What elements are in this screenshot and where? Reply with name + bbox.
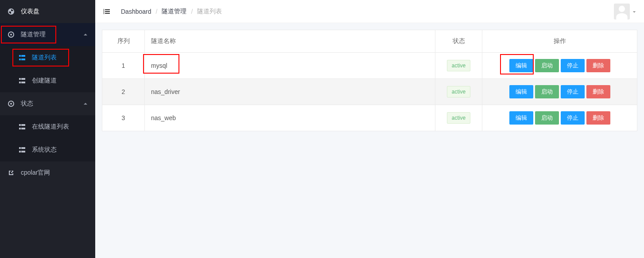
edit-button[interactable]: 编辑 (509, 111, 533, 125)
list-grid-icon (18, 53, 27, 62)
tunnel-table: 序列 隧道名称 状态 操作 1mysqlactive编辑启动停止删除2nas_d… (102, 30, 637, 131)
svg-point-11 (10, 103, 12, 105)
svg-rect-7 (21, 78, 25, 80)
svg-rect-3 (21, 55, 25, 57)
list-grid-icon (18, 145, 27, 154)
svg-rect-8 (19, 82, 21, 83)
list-grid-icon (18, 122, 27, 131)
start-button[interactable]: 启动 (535, 59, 559, 72)
stop-button[interactable]: 停止 (561, 59, 585, 72)
external-link-icon (7, 168, 16, 177)
start-button[interactable]: 启动 (535, 111, 559, 125)
stop-button[interactable]: 停止 (561, 111, 585, 125)
breadcrumb-separator: / (191, 8, 193, 15)
sidebar-item-label: 在线隧道列表 (32, 123, 89, 131)
svg-point-1 (10, 34, 12, 35)
svg-rect-19 (21, 151, 25, 152)
sidebar-item-online-tunnels[interactable]: 在线隧道列表 (0, 115, 95, 138)
sidebar-item-cpolar-site[interactable]: cpolar官网 (0, 161, 95, 184)
col-header-seq: 序列 (102, 30, 145, 53)
cell-actions: 编辑启动停止删除 (482, 79, 637, 105)
sidebar-item-tunnel-list[interactable]: 隧道列表 (0, 46, 95, 69)
tunnel-name: nas_driver (151, 88, 180, 95)
sidebar-item-system-status[interactable]: 系统状态 (0, 138, 95, 161)
menu-toggle-button[interactable] (101, 5, 113, 18)
breadcrumb-link[interactable]: Dashboard (121, 8, 151, 15)
cell-status: active (435, 79, 482, 105)
sidebar-item-label: 隧道管理 (21, 31, 82, 39)
sidebar-item-dashboard[interactable]: 仪表盘 (0, 0, 95, 23)
sidebar-item-tunnel-manage[interactable]: 隧道管理 (0, 23, 95, 46)
cell-name: nas_driver (145, 79, 435, 105)
cell-seq: 2 (102, 79, 145, 105)
delete-button[interactable]: 删除 (586, 85, 610, 98)
col-header-name: 隧道名称 (145, 30, 435, 53)
breadcrumb-link[interactable]: 隧道管理 (162, 8, 186, 16)
table-row: 1mysqlactive编辑启动停止删除 (102, 53, 637, 79)
table-row: 3nas_webactive编辑启动停止删除 (102, 105, 637, 131)
svg-rect-2 (19, 55, 21, 57)
delete-button[interactable]: 删除 (586, 111, 610, 125)
table-row: 2nas_driveractive编辑启动停止删除 (102, 79, 637, 105)
breadcrumb: Dashboard / 隧道管理 / 隧道列表 (121, 8, 222, 16)
caret-down-icon (632, 8, 636, 15)
stop-button[interactable]: 停止 (561, 85, 585, 98)
breadcrumb-separator: / (156, 8, 158, 15)
svg-rect-18 (19, 151, 21, 152)
sidebar-item-label: cpolar官网 (21, 169, 89, 177)
cell-name: mysql (145, 53, 435, 79)
cell-name: nas_web (145, 105, 435, 131)
col-header-status: 状态 (435, 30, 482, 53)
user-menu[interactable] (614, 4, 636, 20)
list-grid-icon (18, 76, 27, 85)
status-badge: active (447, 86, 470, 98)
svg-rect-14 (19, 128, 21, 129)
avatar (614, 4, 630, 20)
svg-rect-6 (19, 78, 21, 80)
sidebar-item-label: 系统状态 (32, 146, 89, 154)
cell-actions: 编辑启动停止删除 (482, 105, 637, 131)
content: 序列 隧道名称 状态 操作 1mysqlactive编辑启动停止删除2nas_d… (95, 23, 644, 138)
sidebar-item-label: 创建隧道 (32, 77, 89, 85)
cell-status: active (435, 53, 482, 79)
tunnel-name: mysql (151, 62, 167, 69)
main: Dashboard / 隧道管理 / 隧道列表 (95, 0, 644, 258)
sidebar-item-label: 隧道列表 (32, 54, 89, 62)
edit-button[interactable]: 编辑 (509, 59, 533, 72)
col-header-actions: 操作 (482, 30, 637, 53)
svg-rect-5 (21, 59, 25, 60)
sidebar-item-status[interactable]: 状态 (0, 92, 95, 115)
delete-button[interactable]: 删除 (586, 59, 610, 72)
circle-target-icon (7, 99, 16, 108)
svg-rect-4 (19, 59, 21, 60)
chevron-up-icon (82, 101, 89, 107)
svg-rect-12 (19, 124, 21, 126)
status-badge: active (447, 112, 470, 124)
sidebar: 仪表盘 隧道管理 隧道列表 创建隧道 (0, 0, 95, 258)
tunnel-name: nas_web (151, 114, 176, 121)
chevron-up-icon (82, 31, 89, 38)
sidebar-item-label: 状态 (21, 100, 82, 108)
svg-rect-9 (21, 82, 25, 83)
svg-rect-15 (21, 128, 25, 129)
start-button[interactable]: 启动 (535, 85, 559, 98)
status-badge: active (447, 60, 470, 71)
svg-rect-17 (21, 147, 25, 149)
header: Dashboard / 隧道管理 / 隧道列表 (95, 0, 644, 23)
sidebar-item-label: 仪表盘 (21, 8, 89, 16)
breadcrumb-current: 隧道列表 (197, 8, 222, 16)
edit-button[interactable]: 编辑 (509, 85, 533, 98)
cell-status: active (435, 105, 482, 131)
cell-seq: 1 (102, 53, 145, 79)
cell-seq: 3 (102, 105, 145, 131)
circle-target-icon (7, 30, 16, 39)
dashboard-icon (7, 7, 16, 16)
cell-actions: 编辑启动停止删除 (482, 53, 637, 79)
svg-rect-13 (21, 124, 25, 126)
sidebar-item-tunnel-create[interactable]: 创建隧道 (0, 69, 95, 92)
svg-rect-16 (19, 147, 21, 149)
